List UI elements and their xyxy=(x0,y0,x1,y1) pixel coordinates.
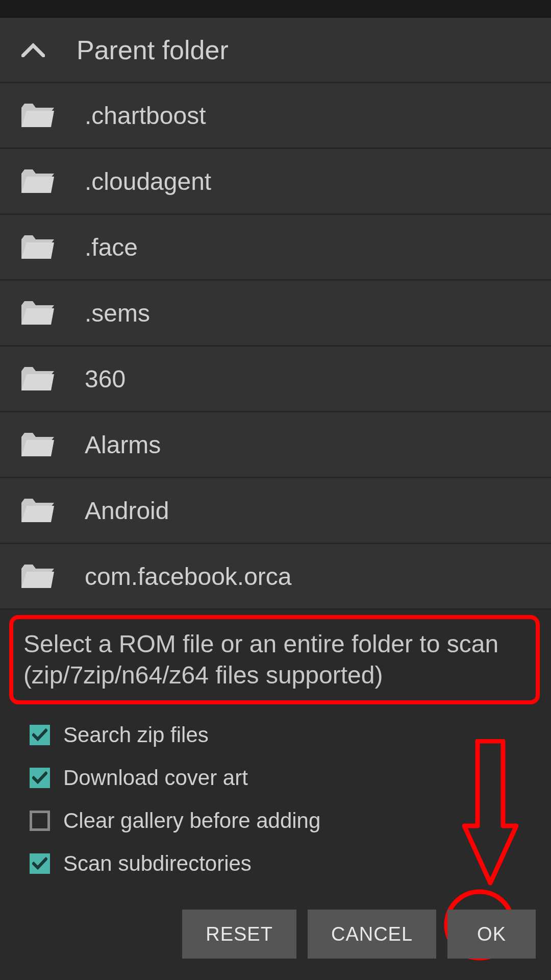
folder-row[interactable]: .face xyxy=(0,215,551,281)
instruction-highlight: Select a ROM file or an entire folder to… xyxy=(9,615,540,704)
option-label: Scan subdirectories xyxy=(63,851,252,876)
status-bar xyxy=(0,0,551,18)
folder-row[interactable]: com.facebook.orca xyxy=(0,544,551,610)
folder-icon xyxy=(20,564,54,589)
checkbox-icon xyxy=(30,725,50,745)
option-label: Download cover art xyxy=(63,766,248,790)
cancel-button[interactable]: CANCEL xyxy=(308,910,436,959)
ok-button[interactable]: OK xyxy=(447,910,536,959)
file-list: Parent folder .chartboost .cloudagent . xyxy=(0,18,551,610)
folder-row[interactable]: .sems xyxy=(0,281,551,347)
folder-row[interactable]: Android xyxy=(0,478,551,544)
option-label: Clear gallery before adding xyxy=(63,808,320,833)
folder-icon xyxy=(20,234,54,260)
folder-row[interactable]: .cloudagent xyxy=(0,149,551,215)
option-label: Search zip files xyxy=(63,723,209,747)
folder-row[interactable]: .chartboost xyxy=(0,83,551,149)
reset-button[interactable]: RESET xyxy=(182,910,296,959)
folder-label: 360 xyxy=(85,365,126,393)
checkbox-icon xyxy=(30,853,50,874)
folder-icon xyxy=(20,366,54,391)
parent-folder-label: Parent folder xyxy=(77,35,229,65)
chevron-up-icon xyxy=(20,37,46,63)
folder-row[interactable]: 360 xyxy=(0,347,551,412)
folder-label: Android xyxy=(85,497,169,525)
annotation-arrow-icon xyxy=(462,739,518,889)
folder-label: .sems xyxy=(85,299,150,327)
checkbox-icon xyxy=(30,811,50,831)
instruction-text: Select a ROM file or an entire folder to… xyxy=(23,628,533,691)
folder-label: .chartboost xyxy=(85,102,206,130)
folder-icon xyxy=(20,498,54,523)
folder-row[interactable]: Alarms xyxy=(0,412,551,478)
folder-icon xyxy=(20,432,54,457)
folder-label: .face xyxy=(85,233,138,261)
button-bar: RESET CANCEL OK xyxy=(182,910,536,959)
folder-icon xyxy=(20,300,54,326)
folder-icon xyxy=(20,168,54,194)
checkbox-icon xyxy=(30,768,50,788)
folder-label: .cloudagent xyxy=(85,167,211,195)
folder-icon xyxy=(20,103,54,128)
folder-label: Alarms xyxy=(85,431,161,459)
folder-label: com.facebook.orca xyxy=(85,562,292,591)
parent-folder-row[interactable]: Parent folder xyxy=(0,18,551,83)
